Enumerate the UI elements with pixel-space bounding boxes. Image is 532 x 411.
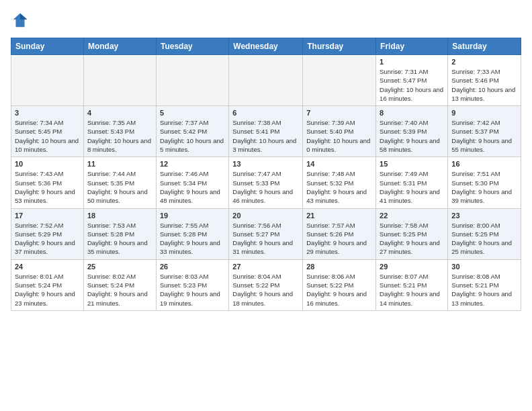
col-header-saturday: Saturday — [448, 38, 521, 55]
day-number: 15 — [380, 160, 444, 168]
day-number: 2 — [451, 58, 517, 66]
day-number: 22 — [380, 212, 444, 220]
day-info: Sunrise: 8:07 AMSunset: 5:21 PMDaylight:… — [380, 272, 444, 308]
col-header-thursday: Thursday — [303, 38, 376, 55]
calendar-cell: 29Sunrise: 8:07 AMSunset: 5:21 PMDayligh… — [376, 259, 448, 310]
calendar-cell: 20Sunrise: 7:56 AMSunset: 5:27 PMDayligh… — [229, 208, 303, 259]
day-info: Sunrise: 7:56 AMSunset: 5:27 PMDaylight:… — [232, 221, 299, 257]
day-info: Sunrise: 7:44 AMSunset: 5:35 PMDaylight:… — [87, 169, 152, 205]
calendar-cell: 22Sunrise: 7:58 AMSunset: 5:25 PMDayligh… — [376, 208, 448, 259]
day-number: 1 — [380, 58, 444, 66]
calendar-header-row: SundayMondayTuesdayWednesdayThursdayFrid… — [11, 38, 521, 55]
day-number: 24 — [15, 263, 80, 271]
day-number: 16 — [451, 160, 517, 168]
calendar-cell: 23Sunrise: 8:00 AMSunset: 5:25 PMDayligh… — [448, 208, 521, 259]
calendar-cell: 16Sunrise: 7:51 AMSunset: 5:30 PMDayligh… — [448, 157, 521, 208]
day-info: Sunrise: 7:38 AMSunset: 5:41 PMDaylight:… — [232, 118, 299, 154]
calendar-cell: 30Sunrise: 8:08 AMSunset: 5:21 PMDayligh… — [448, 259, 521, 310]
day-number: 7 — [306, 109, 372, 117]
day-info: Sunrise: 7:40 AMSunset: 5:39 PMDaylight:… — [380, 118, 444, 154]
day-info: Sunrise: 7:52 AMSunset: 5:29 PMDaylight:… — [15, 221, 80, 257]
day-number: 29 — [380, 263, 444, 271]
calendar-cell: 7Sunrise: 7:39 AMSunset: 5:40 PMDaylight… — [303, 106, 376, 157]
calendar-week-row: 3Sunrise: 7:34 AMSunset: 5:45 PMDaylight… — [11, 106, 521, 157]
logo — [11, 11, 32, 30]
calendar: SundayMondayTuesdayWednesdayThursdayFrid… — [11, 38, 521, 311]
day-info: Sunrise: 7:49 AMSunset: 5:31 PMDaylight:… — [380, 169, 444, 205]
day-number: 21 — [306, 212, 372, 220]
day-info: Sunrise: 8:06 AMSunset: 5:22 PMDaylight:… — [306, 272, 372, 308]
day-number: 6 — [232, 109, 299, 117]
day-number: 20 — [232, 212, 299, 220]
calendar-cell: 9Sunrise: 7:42 AMSunset: 5:37 PMDaylight… — [448, 106, 521, 157]
svg-marker-1 — [20, 13, 27, 19]
day-number: 25 — [87, 263, 152, 271]
calendar-cell: 4Sunrise: 7:35 AMSunset: 5:43 PMDaylight… — [83, 106, 156, 157]
col-header-wednesday: Wednesday — [229, 38, 303, 55]
day-info: Sunrise: 7:33 AMSunset: 5:46 PMDaylight:… — [451, 67, 517, 103]
day-info: Sunrise: 7:46 AMSunset: 5:34 PMDaylight:… — [160, 169, 225, 205]
day-info: Sunrise: 7:42 AMSunset: 5:37 PMDaylight:… — [451, 118, 517, 154]
day-number: 30 — [451, 263, 517, 271]
calendar-cell: 3Sunrise: 7:34 AMSunset: 5:45 PMDaylight… — [11, 106, 84, 157]
day-number: 12 — [160, 160, 225, 168]
day-info: Sunrise: 8:02 AMSunset: 5:24 PMDaylight:… — [87, 272, 152, 308]
day-info: Sunrise: 7:48 AMSunset: 5:32 PMDaylight:… — [306, 169, 372, 205]
day-number: 11 — [87, 160, 152, 168]
calendar-cell: 6Sunrise: 7:38 AMSunset: 5:41 PMDaylight… — [229, 106, 303, 157]
calendar-cell: 8Sunrise: 7:40 AMSunset: 5:39 PMDaylight… — [376, 106, 448, 157]
calendar-week-row: 1Sunrise: 7:31 AMSunset: 5:47 PMDaylight… — [11, 55, 521, 106]
calendar-cell — [303, 55, 376, 106]
calendar-cell — [229, 55, 303, 106]
calendar-cell: 17Sunrise: 7:52 AMSunset: 5:29 PMDayligh… — [11, 208, 84, 259]
calendar-cell: 18Sunrise: 7:53 AMSunset: 5:28 PMDayligh… — [83, 208, 156, 259]
day-info: Sunrise: 7:53 AMSunset: 5:28 PMDaylight:… — [87, 221, 152, 257]
calendar-cell: 12Sunrise: 7:46 AMSunset: 5:34 PMDayligh… — [156, 157, 228, 208]
day-number: 26 — [160, 263, 225, 271]
day-info: Sunrise: 7:51 AMSunset: 5:30 PMDaylight:… — [451, 169, 517, 205]
day-info: Sunrise: 7:47 AMSunset: 5:33 PMDaylight:… — [232, 169, 299, 205]
day-number: 10 — [15, 160, 80, 168]
day-info: Sunrise: 7:57 AMSunset: 5:26 PMDaylight:… — [306, 221, 372, 257]
calendar-cell: 24Sunrise: 8:01 AMSunset: 5:24 PMDayligh… — [11, 259, 84, 310]
day-number: 18 — [87, 212, 152, 220]
calendar-cell: 11Sunrise: 7:44 AMSunset: 5:35 PMDayligh… — [83, 157, 156, 208]
day-info: Sunrise: 7:55 AMSunset: 5:28 PMDaylight:… — [160, 221, 225, 257]
day-number: 4 — [87, 109, 152, 117]
day-info: Sunrise: 7:58 AMSunset: 5:25 PMDaylight:… — [380, 221, 444, 257]
col-header-monday: Monday — [83, 38, 156, 55]
calendar-cell: 28Sunrise: 8:06 AMSunset: 5:22 PMDayligh… — [303, 259, 376, 310]
day-info: Sunrise: 7:34 AMSunset: 5:45 PMDaylight:… — [15, 118, 80, 154]
calendar-week-row: 17Sunrise: 7:52 AMSunset: 5:29 PMDayligh… — [11, 208, 521, 259]
calendar-cell: 15Sunrise: 7:49 AMSunset: 5:31 PMDayligh… — [376, 157, 448, 208]
day-number: 13 — [232, 160, 299, 168]
calendar-cell: 13Sunrise: 7:47 AMSunset: 5:33 PMDayligh… — [229, 157, 303, 208]
day-number: 5 — [160, 109, 225, 117]
day-info: Sunrise: 7:31 AMSunset: 5:47 PMDaylight:… — [380, 67, 444, 103]
page-header — [11, 11, 521, 30]
day-number: 19 — [160, 212, 225, 220]
calendar-cell: 21Sunrise: 7:57 AMSunset: 5:26 PMDayligh… — [303, 208, 376, 259]
calendar-cell — [83, 55, 156, 106]
day-info: Sunrise: 8:04 AMSunset: 5:22 PMDaylight:… — [232, 272, 299, 308]
calendar-week-row: 24Sunrise: 8:01 AMSunset: 5:24 PMDayligh… — [11, 259, 521, 310]
col-header-tuesday: Tuesday — [156, 38, 228, 55]
day-number: 8 — [380, 109, 444, 117]
day-number: 17 — [15, 212, 80, 220]
day-info: Sunrise: 8:00 AMSunset: 5:25 PMDaylight:… — [451, 221, 517, 257]
calendar-cell: 25Sunrise: 8:02 AMSunset: 5:24 PMDayligh… — [83, 259, 156, 310]
day-info: Sunrise: 7:35 AMSunset: 5:43 PMDaylight:… — [87, 118, 152, 154]
day-info: Sunrise: 8:03 AMSunset: 5:23 PMDaylight:… — [160, 272, 225, 308]
day-number: 28 — [306, 263, 372, 271]
day-number: 23 — [451, 212, 517, 220]
calendar-week-row: 10Sunrise: 7:43 AMSunset: 5:36 PMDayligh… — [11, 157, 521, 208]
calendar-cell — [156, 55, 228, 106]
calendar-cell: 26Sunrise: 8:03 AMSunset: 5:23 PMDayligh… — [156, 259, 228, 310]
day-info: Sunrise: 8:08 AMSunset: 5:21 PMDaylight:… — [451, 272, 517, 308]
col-header-sunday: Sunday — [11, 38, 84, 55]
calendar-cell: 10Sunrise: 7:43 AMSunset: 5:36 PMDayligh… — [11, 157, 84, 208]
logo-icon — [11, 11, 30, 30]
calendar-cell: 1Sunrise: 7:31 AMSunset: 5:47 PMDaylight… — [376, 55, 448, 106]
day-info: Sunrise: 7:43 AMSunset: 5:36 PMDaylight:… — [15, 169, 80, 205]
calendar-cell — [11, 55, 84, 106]
